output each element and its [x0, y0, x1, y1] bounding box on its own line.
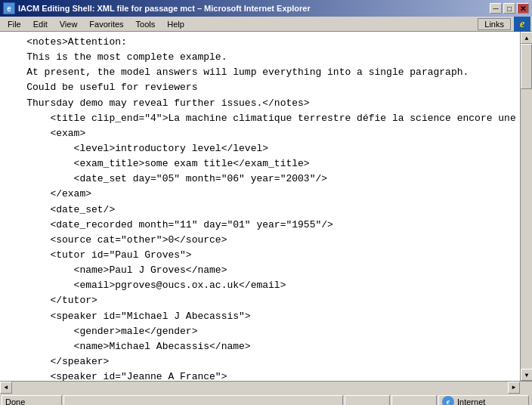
zone-icon: e	[442, 396, 454, 406]
status-empty3	[391, 395, 437, 406]
status-bar: Done e Internet	[0, 393, 532, 405]
app-icon: e	[3, 2, 15, 14]
menu-view[interactable]: View	[54, 18, 84, 30]
menu-favorites[interactable]: Favorites	[83, 18, 129, 30]
menu-tools[interactable]: Tools	[130, 18, 162, 30]
close-button[interactable]: ✕	[517, 3, 529, 14]
main-area: <notes>Attention: This is the most compl…	[0, 32, 532, 381]
scroll-thumb[interactable]	[521, 44, 532, 89]
status-empty2	[345, 395, 390, 406]
links-button[interactable]: Links	[478, 18, 511, 30]
horizontal-scroll-track[interactable]	[12, 382, 508, 394]
maximize-button[interactable]: □	[503, 3, 515, 14]
scroll-right-button[interactable]: ►	[508, 382, 520, 394]
horizontal-scrollbar[interactable]: ◄ ►	[0, 382, 520, 393]
status-empty-section	[63, 395, 343, 406]
title-bar-left: e IACM Editing Shell: XML file for passa…	[3, 2, 311, 14]
status-zone-section: e Internet	[438, 395, 529, 406]
vertical-scrollbar[interactable]: ▲ ▼	[520, 32, 532, 381]
menu-links-area: Links e	[478, 17, 530, 32]
menu-file[interactable]: File	[2, 18, 27, 30]
menu-help[interactable]: Help	[161, 18, 190, 30]
title-bar: e IACM Editing Shell: XML file for passa…	[0, 0, 532, 17]
scroll-corner	[520, 382, 532, 394]
title-controls: ─ □ ✕	[490, 3, 529, 14]
app-icon-letter: e	[7, 5, 11, 13]
status-done-section: Done	[2, 395, 62, 406]
menu-bar: File Edit View Favorites Tools Help Link…	[0, 17, 532, 32]
minimize-button[interactable]: ─	[490, 3, 502, 14]
content-area: <notes>Attention: This is the most compl…	[0, 32, 520, 381]
scroll-up-button[interactable]: ▲	[521, 32, 532, 44]
ie-logo: e	[514, 17, 530, 32]
xml-content: <notes>Attention: This is the most compl…	[0, 32, 520, 381]
scroll-track[interactable]	[521, 44, 532, 369]
status-zone-label: Internet	[457, 397, 485, 406]
scroll-down-button[interactable]: ▼	[521, 369, 532, 381]
menu-edit[interactable]: Edit	[27, 18, 54, 30]
scroll-left-button[interactable]: ◄	[0, 382, 12, 394]
horizontal-scroll-area: ◄ ►	[0, 381, 532, 393]
status-done-label: Done	[5, 397, 25, 406]
window-title: IACM Editing Shell: XML file for passage…	[18, 4, 311, 13]
